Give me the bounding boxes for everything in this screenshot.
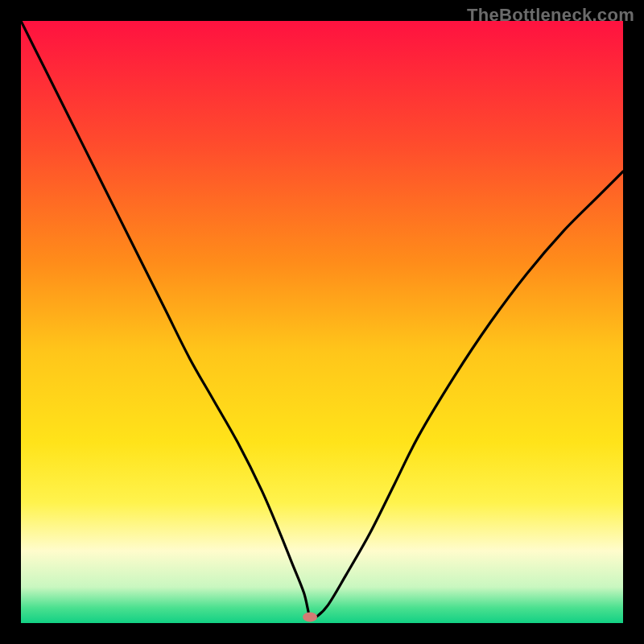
- bottleneck-plot: [21, 21, 623, 623]
- plot-area: [21, 21, 623, 623]
- gradient-background: [21, 21, 623, 623]
- watermark-text: TheBottleneck.com: [467, 5, 634, 26]
- chart-container: TheBottleneck.com: [0, 0, 644, 644]
- minimum-marker: [303, 613, 317, 622]
